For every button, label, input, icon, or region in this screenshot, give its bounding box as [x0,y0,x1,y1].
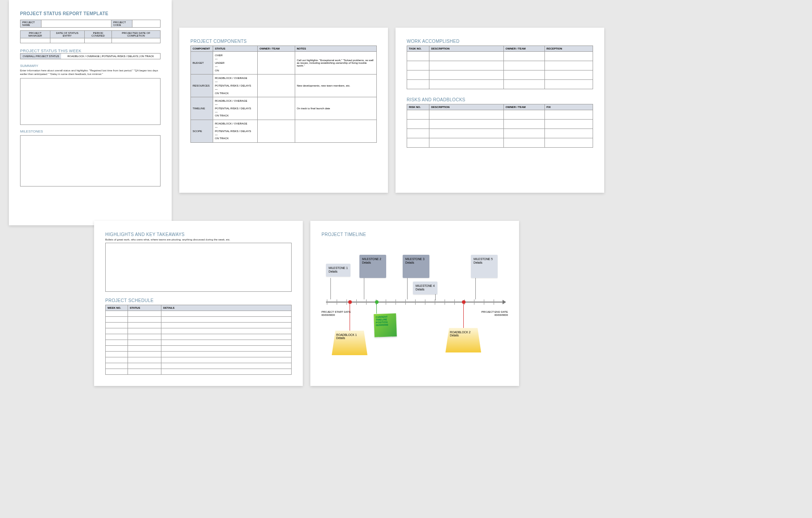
page-1: PROJECT STATUS REPORT TEMPLATE PROJECT N… [9,0,172,18]
report-title: PROJECT STATUS REPORT TEMPLATE [20,11,161,16]
